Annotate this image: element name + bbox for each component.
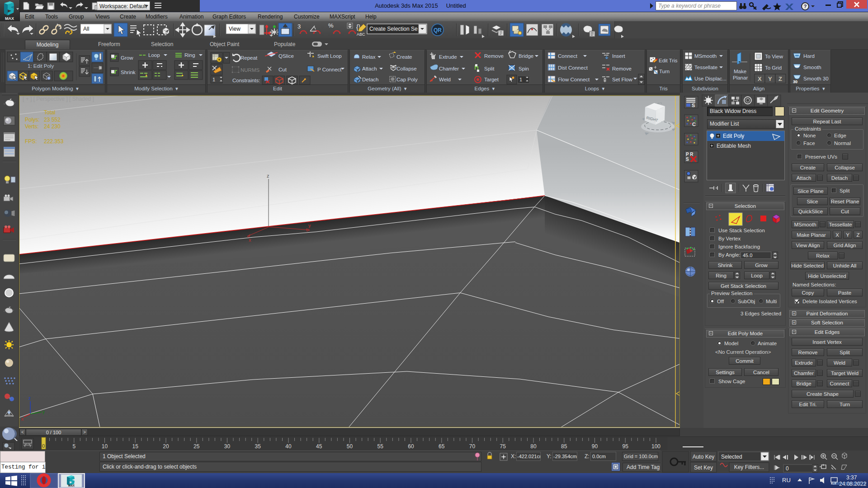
- svg-text:Create: Create: [396, 54, 412, 60]
- svg-text:85: 85: [561, 443, 567, 450]
- svg-text:Swift Loop: Swift Loop: [317, 53, 342, 59]
- svg-text:Insert: Insert: [612, 53, 626, 59]
- svg-text:5: 5: [72, 443, 75, 450]
- svg-text:50: 50: [347, 443, 353, 450]
- svg-text:Split: Split: [484, 66, 495, 71]
- svg-text:To Grid: To Grid: [765, 65, 782, 70]
- svg-text:QR: QR: [434, 27, 442, 33]
- svg-text:3:37: 3:37: [846, 474, 857, 481]
- svg-text:Verts:: Verts:: [25, 123, 39, 130]
- svg-text:X: X: [758, 75, 762, 82]
- svg-text:Smooth 30: Smooth 30: [803, 76, 829, 81]
- svg-text:20: 20: [163, 443, 169, 450]
- svg-text:Remove: Remove: [484, 53, 504, 59]
- svg-text:0: 0: [42, 443, 45, 449]
- svg-text:QSlice: QSlice: [278, 53, 294, 59]
- svg-text:Ring: Ring: [184, 52, 195, 58]
- svg-text:View: View: [229, 26, 241, 32]
- svg-text:Bridge: Bridge: [519, 53, 533, 59]
- svg-text:65: 65: [439, 443, 445, 450]
- svg-text:x: x: [21, 417, 24, 422]
- svg-text:35: 35: [255, 443, 261, 450]
- svg-text:Y: Y: [768, 75, 772, 82]
- svg-text:60: 60: [408, 443, 414, 450]
- svg-text:40: 40: [285, 443, 292, 450]
- svg-text:Make: Make: [734, 69, 746, 74]
- svg-text:z: z: [28, 396, 31, 401]
- svg-text:Attach: Attach: [362, 66, 377, 71]
- svg-text:Planar: Planar: [733, 75, 748, 80]
- svg-text:3: 3: [297, 23, 301, 30]
- svg-text:?: ?: [804, 4, 807, 9]
- svg-text:Z: Z: [778, 75, 782, 82]
- svg-text:45: 45: [316, 443, 322, 450]
- svg-text:C: C: [692, 122, 696, 127]
- svg-text:Edit Poly: Edit Poly: [723, 133, 744, 139]
- svg-text:Loop: Loop: [148, 52, 160, 58]
- svg-text:Grow: Grow: [121, 55, 133, 61]
- svg-text:75: 75: [500, 443, 506, 450]
- svg-text:Dist Connect: Dist Connect: [558, 65, 588, 70]
- svg-text:Cut: Cut: [278, 67, 287, 72]
- svg-text:Spin: Spin: [519, 66, 529, 71]
- svg-text:25: 25: [193, 443, 200, 450]
- svg-text:80: 80: [530, 443, 537, 450]
- svg-text:Extrude: Extrude: [439, 54, 457, 60]
- svg-text:y: y: [42, 409, 45, 414]
- svg-text:x: x: [249, 237, 251, 243]
- svg-text:70: 70: [469, 443, 476, 450]
- svg-text:P Connect: P Connect: [317, 67, 342, 72]
- svg-text:Total: Total: [44, 109, 55, 116]
- svg-text:95: 95: [623, 443, 629, 450]
- svg-text:Create Selection Se: Create Selection Se: [369, 26, 418, 32]
- svg-text:Cap Poly: Cap Poly: [396, 77, 418, 82]
- svg-text:Polys:: Polys:: [25, 117, 40, 123]
- svg-text:FPS:: FPS:: [25, 138, 37, 145]
- svg-text:ABC: ABC: [357, 32, 365, 37]
- svg-text:Key Filters...: Key Filters...: [734, 464, 764, 470]
- svg-text:90: 90: [592, 443, 598, 450]
- svg-text:MSmooth: MSmooth: [694, 53, 717, 59]
- svg-text:100: 100: [651, 443, 660, 450]
- svg-text:Smooth: Smooth: [803, 65, 821, 70]
- svg-text:23 552: 23 552: [44, 117, 61, 123]
- svg-text:Editable Mesh: Editable Mesh: [717, 143, 751, 149]
- svg-text:0: 0: [786, 465, 789, 472]
- svg-text:30: 30: [793, 80, 797, 84]
- svg-text:NURMS: NURMS: [241, 67, 259, 73]
- svg-text:1: 1: [519, 77, 522, 82]
- svg-text:Remove: Remove: [612, 66, 632, 71]
- svg-text:10: 10: [102, 443, 108, 450]
- svg-text:All: All: [83, 26, 89, 32]
- svg-text:Chamfer: Chamfer: [439, 66, 459, 71]
- svg-text:MAX: MAX: [5, 16, 14, 21]
- svg-text:Shrink: Shrink: [121, 70, 136, 75]
- svg-text:S: S: [686, 157, 689, 162]
- svg-text:To View: To View: [765, 54, 783, 59]
- svg-text:Target: Target: [484, 77, 499, 82]
- svg-text:Repeat: Repeat: [241, 55, 258, 61]
- svg-text:Flow Connect: Flow Connect: [558, 77, 590, 82]
- svg-text:Set Key: Set Key: [694, 465, 713, 471]
- svg-text:222.353: 222.353: [44, 138, 64, 145]
- svg-text:www.mystud.ru: www.mystud.ru: [833, 480, 867, 486]
- svg-text:[ + ] [ Perspective ] [ Shaded: [ + ] [ Perspective ] [ Shaded ]: [23, 96, 94, 102]
- svg-text:S: S: [692, 103, 695, 108]
- svg-text:55: 55: [377, 443, 384, 450]
- svg-text:24 230: 24 230: [44, 123, 61, 130]
- svg-text:Selected: Selected: [721, 454, 742, 460]
- svg-text:Relax: Relax: [362, 54, 376, 60]
- svg-text:Constraints:: Constraints:: [232, 78, 260, 83]
- svg-text:RU: RU: [782, 477, 791, 483]
- svg-text:Hard: Hard: [803, 53, 815, 59]
- svg-text:Use Displac...: Use Displac...: [694, 76, 726, 81]
- svg-text:%: %: [328, 22, 334, 29]
- svg-text:z: z: [267, 173, 269, 178]
- svg-text:30: 30: [224, 443, 231, 450]
- svg-text:Tessellate: Tessellate: [694, 65, 717, 70]
- svg-text:MAX: MAX: [68, 484, 75, 487]
- svg-text:y: y: [308, 223, 311, 228]
- svg-text:Collapse: Collapse: [396, 66, 417, 71]
- svg-text:15: 15: [132, 443, 139, 450]
- svg-text:Edit Tris: Edit Tris: [659, 58, 678, 63]
